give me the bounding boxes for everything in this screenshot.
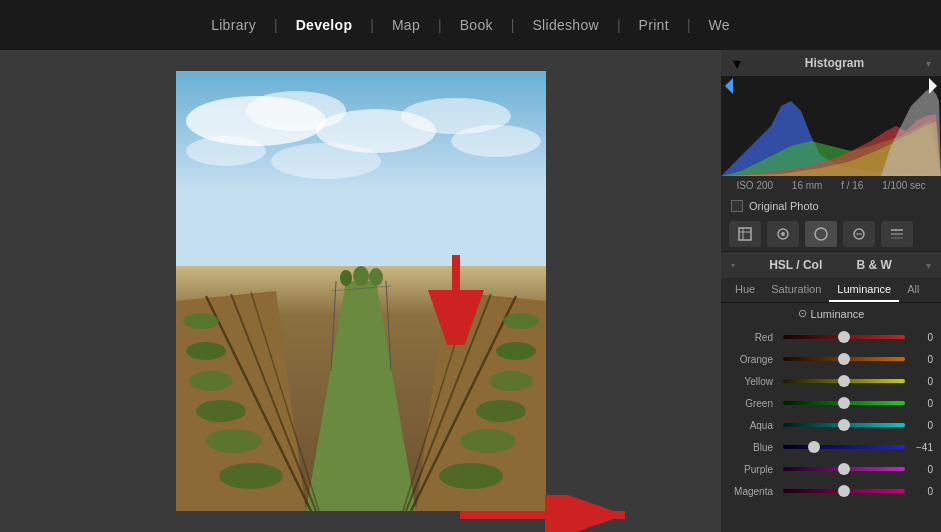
- slider-thumb-blue[interactable]: [808, 441, 820, 453]
- slider-label-green: Green: [729, 398, 779, 409]
- nav-map[interactable]: Map: [374, 17, 438, 33]
- slider-row-purple: Purple 0: [721, 458, 941, 480]
- bw-label: B & W: [856, 258, 891, 272]
- slider-track-magenta[interactable]: [783, 489, 905, 493]
- slider-row-aqua: Aqua 0: [721, 414, 941, 436]
- slider-value-orange: 0: [909, 354, 933, 365]
- slider-track-red[interactable]: [783, 335, 905, 339]
- slider-row-red: Red 0: [721, 326, 941, 348]
- slider-value-magenta: 0: [909, 486, 933, 497]
- slider-thumb-orange[interactable]: [838, 353, 850, 365]
- svg-point-29: [439, 463, 503, 489]
- svg-point-21: [196, 400, 246, 422]
- tab-hue[interactable]: Hue: [727, 278, 763, 302]
- tab-all[interactable]: All: [899, 278, 927, 302]
- svg-point-25: [496, 342, 536, 360]
- nav-library[interactable]: Library: [193, 17, 274, 33]
- histogram-canvas: [721, 76, 941, 176]
- svg-point-26: [489, 371, 533, 391]
- clip-highlights-icon[interactable]: [929, 78, 937, 94]
- slider-label-yellow: Yellow: [729, 376, 779, 387]
- tool-icons-row: [721, 217, 941, 251]
- svg-point-5: [451, 125, 541, 157]
- slider-value-green: 0: [909, 398, 933, 409]
- tab-saturation[interactable]: Saturation: [763, 278, 829, 302]
- svg-point-23: [219, 463, 283, 489]
- slider-label-aqua: Aqua: [729, 420, 779, 431]
- focal-length: 16 mm: [792, 180, 823, 191]
- svg-point-7: [271, 143, 381, 179]
- slider-thumb-purple[interactable]: [838, 463, 850, 475]
- hsl-expand-icon[interactable]: ▾: [926, 260, 931, 271]
- slider-track-blue[interactable]: [783, 445, 905, 449]
- slider-thumb-aqua[interactable]: [838, 419, 850, 431]
- target-adjust-icon[interactable]: ⊙: [798, 307, 807, 320]
- svg-point-20: [189, 371, 233, 391]
- svg-point-32: [369, 268, 383, 286]
- histogram-collapse-icon[interactable]: ▾: [731, 57, 743, 69]
- slider-track-aqua[interactable]: [783, 423, 905, 427]
- svg-point-44: [781, 232, 785, 236]
- graduated-filter-tool[interactable]: [843, 221, 875, 247]
- down-arrow: [421, 245, 491, 349]
- nav-slideshow[interactable]: Slideshow: [514, 17, 617, 33]
- svg-point-31: [340, 270, 352, 286]
- original-photo-label: Original Photo: [749, 200, 819, 212]
- histogram-expand-icon[interactable]: ▾: [926, 58, 931, 69]
- hsl-title: HSL / Col: [769, 258, 822, 272]
- svg-point-19: [186, 342, 226, 360]
- top-navigation: Library | Develop | Map | Book | Slidesh…: [0, 0, 941, 50]
- slider-track-green[interactable]: [783, 401, 905, 405]
- slider-value-blue: −41: [909, 442, 933, 453]
- svg-point-28: [460, 429, 516, 453]
- slider-row-yellow: Yellow 0: [721, 370, 941, 392]
- adjustment-brush-tool[interactable]: [805, 221, 837, 247]
- slider-label-red: Red: [729, 332, 779, 343]
- slider-thumb-green[interactable]: [838, 397, 850, 409]
- svg-point-18: [183, 313, 219, 329]
- aperture-value: f / 16: [841, 180, 863, 191]
- nav-develop[interactable]: Develop: [278, 17, 371, 33]
- original-photo-row: Original Photo: [721, 195, 941, 217]
- slider-track-purple[interactable]: [783, 467, 905, 471]
- slider-value-purple: 0: [909, 464, 933, 475]
- hsl-tabs: Hue Saturation Luminance All: [721, 278, 941, 303]
- hsl-section-header: ▾ HSL / Col B & W ▾: [721, 251, 941, 278]
- slider-track-orange[interactable]: [783, 357, 905, 361]
- svg-point-27: [476, 400, 526, 422]
- histogram-header: ▾ Histogram ▾: [721, 50, 941, 76]
- iso-value: ISO 200: [736, 180, 773, 191]
- slider-label-purple: Purple: [729, 464, 779, 475]
- tab-luminance[interactable]: Luminance: [829, 278, 899, 302]
- hsl-collapse-icon[interactable]: ▾: [731, 261, 735, 270]
- slider-label-magenta: Magenta: [729, 486, 779, 497]
- luminance-header: ⊙ Luminance: [721, 303, 941, 324]
- slider-value-red: 0: [909, 332, 933, 343]
- original-photo-checkbox[interactable]: [731, 200, 743, 212]
- nav-book[interactable]: Book: [442, 17, 511, 33]
- slider-track-yellow[interactable]: [783, 379, 905, 383]
- main-area: ▾ Histogram ▾: [0, 50, 941, 532]
- clip-shadows-icon[interactable]: [725, 78, 733, 94]
- slider-thumb-yellow[interactable]: [838, 375, 850, 387]
- slider-value-yellow: 0: [909, 376, 933, 387]
- shutter-speed: 1/100 sec: [882, 180, 925, 191]
- crop-tool[interactable]: [729, 221, 761, 247]
- slider-row-magenta: Magenta 0: [721, 480, 941, 502]
- svg-point-24: [503, 313, 539, 329]
- sliders-section: Red 0 Orange 0 Yellow 0 Green 0 Aqua 0 B…: [721, 324, 941, 504]
- photo-area: [0, 50, 721, 532]
- svg-point-22: [206, 429, 262, 453]
- luminance-label: ⊙ Luminance: [798, 307, 865, 320]
- nav-print[interactable]: Print: [621, 17, 687, 33]
- svg-point-45: [815, 228, 827, 240]
- slider-thumb-red[interactable]: [838, 331, 850, 343]
- slider-row-green: Green 0: [721, 392, 941, 414]
- histogram-title: Histogram: [805, 56, 864, 70]
- right-arrow: [450, 495, 640, 532]
- nav-web[interactable]: We: [691, 17, 748, 33]
- svg-point-6: [186, 136, 266, 166]
- spot-removal-tool[interactable]: [767, 221, 799, 247]
- slider-thumb-magenta[interactable]: [838, 485, 850, 497]
- radial-filter-tool[interactable]: [881, 221, 913, 247]
